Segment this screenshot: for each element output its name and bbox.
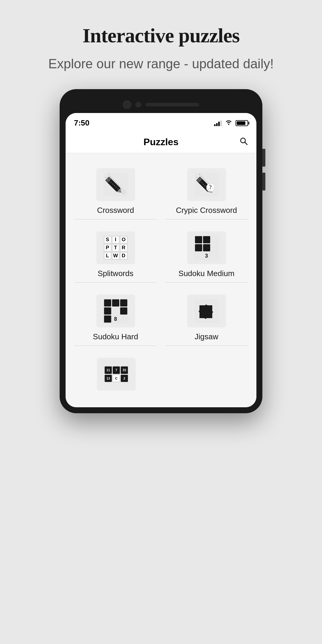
- numbers-icon-wrapper: 11 7 33 13 C 2: [97, 358, 136, 391]
- sudoku-cell: [195, 236, 202, 243]
- cryptic-icon: ?: [193, 171, 220, 198]
- numbers-cell: 2: [121, 375, 128, 382]
- wifi-icon: [225, 119, 233, 127]
- jigsaw-divider: [165, 346, 247, 346]
- numbers-grid: 11 7 33 13 C 2: [103, 365, 129, 383]
- cryptic-label: Crypic Crossword: [176, 206, 237, 215]
- sudoku-cell: [211, 236, 218, 243]
- page-subtitle: Explore our new range - updated daily!: [48, 56, 274, 71]
- splitwords-cell: T: [112, 244, 119, 251]
- page-header: Interactive puzzles Explore our new rang…: [48, 24, 274, 71]
- sudoku-hard-divider: [75, 346, 157, 346]
- cryptic-divider: [165, 219, 247, 219]
- puzzle-grid: Crossword: [72, 162, 250, 349]
- sudoku-cell: [112, 307, 119, 315]
- crossword-icon-wrapper: [96, 168, 135, 201]
- sudoku-cell: [120, 299, 127, 306]
- splitwords-cell: L: [104, 252, 111, 259]
- svg-line-2: [245, 142, 247, 145]
- numbers-cell: 11: [105, 366, 112, 374]
- front-camera: [123, 100, 131, 109]
- signal-icon: [214, 120, 222, 126]
- sudoku-cell: [112, 299, 119, 306]
- splitwords-grid: S I O P T R L W D: [103, 235, 129, 261]
- splitwords-icon-wrapper: S I O P T R L W D: [96, 231, 135, 264]
- svg-point-0: [228, 124, 229, 125]
- crossword-label: Crossword: [97, 206, 134, 215]
- earpiece: [145, 103, 199, 106]
- sudoku-cell: [211, 244, 218, 251]
- puzzle-item-sudoku-medium[interactable]: 3 Sudoku Medium: [162, 225, 250, 286]
- volume-button-2: [262, 173, 265, 191]
- app-header: Puzzles: [66, 131, 256, 153]
- sudoku-cell: [120, 307, 127, 315]
- sudoku-cell: [195, 252, 202, 259]
- sudoku-cell: [104, 315, 111, 323]
- splitwords-cell: S: [104, 236, 111, 243]
- signal-bar-2: [216, 123, 218, 126]
- svg-text:?: ?: [209, 184, 212, 190]
- sudoku-hard-grid: 8: [103, 298, 129, 324]
- splitwords-cell: D: [120, 252, 127, 259]
- jigsaw-icon-wrapper: [187, 295, 226, 327]
- page-title: Interactive puzzles: [48, 24, 274, 47]
- splitwords-cell: O: [120, 236, 127, 243]
- status-bar: 7:50: [66, 113, 256, 131]
- numbers-cell: 7: [113, 366, 120, 374]
- battery-fill: [237, 121, 245, 125]
- search-button[interactable]: [239, 137, 248, 148]
- puzzle-item-splitwords[interactable]: S I O P T R L W D Splitwords: [72, 225, 160, 286]
- jigsaw-icon: [193, 298, 220, 324]
- puzzle-item-numbers[interactable]: 11 7 33 13 C 2: [72, 352, 161, 398]
- phone-screen: 7:50: [66, 113, 256, 407]
- splitwords-label: Splitwords: [98, 269, 134, 278]
- sudoku-medium-divider: [165, 282, 247, 283]
- splitwords-cell: I: [112, 236, 119, 243]
- crossword-divider: [75, 219, 157, 219]
- front-sensor: [135, 102, 141, 108]
- status-icons: [214, 119, 248, 127]
- splitwords-cell: W: [112, 252, 119, 259]
- sudoku-hard-label: Sudoku Hard: [93, 332, 138, 341]
- numbers-cell: 33: [121, 366, 128, 374]
- numbers-cell: C: [113, 375, 120, 382]
- sudoku-cell: [104, 307, 111, 315]
- numbers-cell: 13: [105, 375, 112, 382]
- sudoku-hard-icon-wrapper: 8: [96, 295, 135, 327]
- phone-frame: 7:50: [60, 89, 262, 413]
- sudoku-cell-number: 8: [112, 315, 119, 323]
- phone-top-bar: [66, 95, 256, 113]
- app-header-title: Puzzles: [143, 137, 178, 148]
- partial-puzzle-row: 11 7 33 13 C 2: [72, 349, 250, 398]
- sudoku-cell: [203, 244, 210, 251]
- puzzle-content: Crossword: [66, 153, 256, 407]
- sudoku-cell: [195, 244, 202, 251]
- sudoku-cell-number: 3: [203, 252, 210, 259]
- puzzle-item-jigsaw[interactable]: Jigsaw: [162, 289, 250, 349]
- puzzle-item-cryptic[interactable]: ? Crypic Crossword: [162, 162, 250, 222]
- signal-bar-1: [214, 124, 216, 126]
- puzzle-item-crossword[interactable]: Crossword: [72, 162, 160, 222]
- sudoku-medium-icon-wrapper: 3: [187, 231, 226, 264]
- signal-bar-4: [220, 120, 222, 126]
- sudoku-cell: [211, 252, 218, 259]
- sudoku-cell: [120, 315, 127, 323]
- sudoku-medium-label: Sudoku Medium: [179, 269, 235, 278]
- splitwords-divider: [75, 282, 157, 283]
- crossword-icon: [102, 171, 129, 198]
- battery-icon: [236, 120, 248, 126]
- volume-button-1: [262, 149, 265, 167]
- status-time: 7:50: [74, 118, 89, 128]
- cryptic-icon-wrapper: ?: [187, 168, 226, 201]
- sudoku-cell: [104, 299, 111, 306]
- signal-bar-3: [218, 122, 220, 126]
- sudoku-medium-grid: 3: [194, 235, 219, 261]
- sudoku-cell: [203, 236, 210, 243]
- puzzle-item-sudoku-hard[interactable]: 8 Sudoku Hard: [72, 289, 160, 349]
- jigsaw-label: Jigsaw: [195, 332, 218, 341]
- splitwords-cell: R: [120, 244, 127, 251]
- splitwords-cell: P: [104, 244, 111, 251]
